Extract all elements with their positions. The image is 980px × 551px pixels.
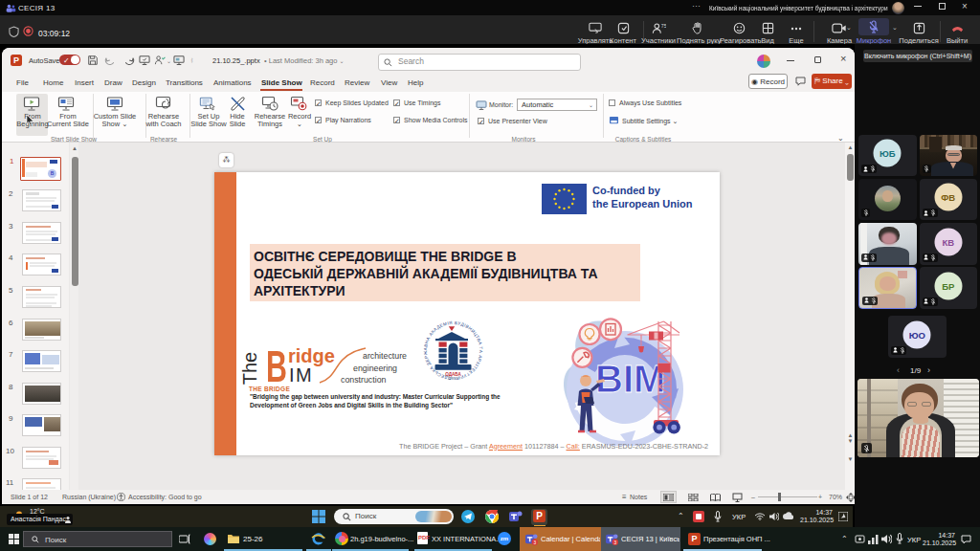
svg-text:BIM: BIM bbox=[595, 358, 665, 400]
svg-text:-1930-: -1930- bbox=[447, 376, 459, 381]
svg-text:3: 3 bbox=[533, 540, 536, 545]
svg-text:3: 3 bbox=[613, 540, 616, 545]
svg-text:75: 75 bbox=[660, 23, 665, 29]
